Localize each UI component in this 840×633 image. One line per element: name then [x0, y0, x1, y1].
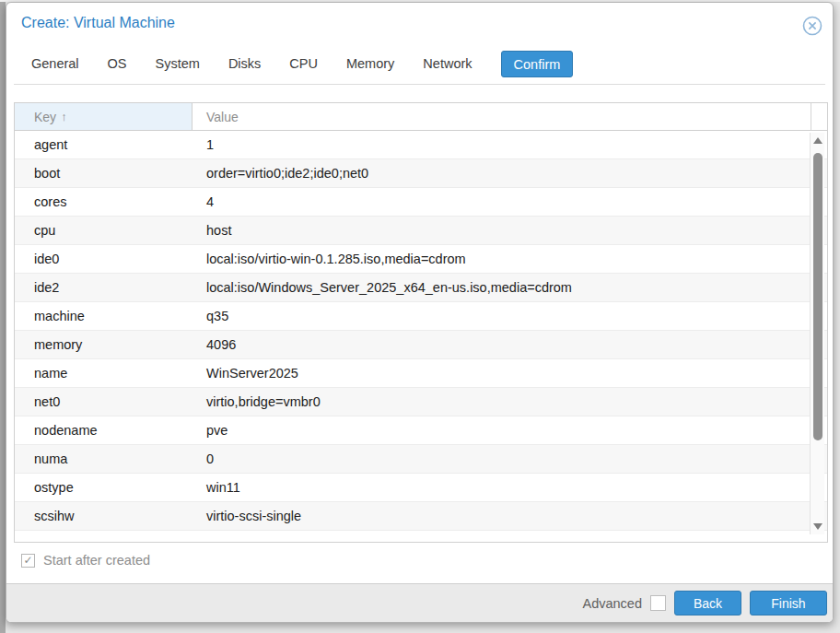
value-cell: 4 — [192, 188, 827, 216]
vertical-scrollbar[interactable] — [810, 133, 824, 534]
key-cell: cores — [15, 188, 192, 216]
column-header-key[interactable]: Key ↑ — [15, 103, 192, 130]
finish-button[interactable]: Finish — [750, 591, 827, 615]
value-cell: 4096 — [192, 331, 827, 358]
table-row[interactable]: bootorder=virtio0;ide2;ide0;net0 — [15, 159, 827, 188]
key-cell: numa — [15, 445, 192, 473]
value-cell: order=virtio0;ide2;ide0;net0 — [192, 159, 827, 187]
value-cell: virtio,bridge=vmbr0 — [192, 388, 827, 416]
advanced-label: Advanced — [583, 596, 643, 611]
key-cell: cpu — [15, 217, 192, 244]
tab-os[interactable]: OS — [108, 51, 127, 77]
column-header-value[interactable]: Value — [192, 103, 811, 130]
table-row[interactable]: machineq35 — [15, 302, 827, 331]
confirm-settings-grid: Key ↑ Value agent1bootorder=virtio0;ide2… — [14, 102, 828, 543]
back-button[interactable]: Back — [674, 591, 741, 615]
value-cell: 1 — [192, 131, 827, 158]
value-cell: q35 — [192, 302, 827, 330]
advanced-checkbox[interactable] — [650, 595, 666, 611]
table-row[interactable]: memory4096 — [15, 331, 827, 359]
close-icon — [802, 25, 822, 39]
value-cell: local:iso/Windows_Server_2025_x64_en-us.… — [192, 274, 827, 301]
value-cell: host — [192, 217, 827, 244]
key-cell: nodename — [15, 416, 192, 444]
start-after-created-label: Start after created — [43, 553, 150, 568]
column-header-spacer — [811, 103, 827, 130]
dialog-header: Create: Virtual Machine — [6, 3, 833, 51]
column-header-value-label: Value — [206, 110, 239, 124]
key-cell: machine — [15, 302, 192, 330]
tab-general[interactable]: General — [31, 51, 79, 77]
key-cell: agent — [15, 131, 192, 158]
scroll-up-icon[interactable] — [813, 137, 822, 144]
tab-bar: GeneralOSSystemDisksCPUMemoryNetworkConf… — [14, 51, 825, 85]
grid-header: Key ↑ Value — [15, 103, 827, 131]
scroll-down-icon[interactable] — [813, 523, 822, 530]
table-row[interactable]: nameWinServer2025 — [15, 359, 827, 388]
key-cell: memory — [15, 331, 192, 358]
start-after-created-checkbox[interactable]: ✓ — [21, 554, 35, 568]
key-cell: ide0 — [15, 245, 192, 273]
close-button[interactable] — [802, 16, 822, 36]
key-cell: net0 — [15, 388, 192, 416]
table-row[interactable]: ostypewin11 — [15, 474, 827, 502]
tab-memory[interactable]: Memory — [346, 51, 394, 77]
dialog-footer: Advanced Back Finish — [6, 583, 833, 622]
key-cell: ide2 — [15, 274, 192, 301]
tab-network[interactable]: Network — [423, 51, 472, 77]
value-cell: WinServer2025 — [192, 359, 827, 387]
table-row[interactable]: cpuhost — [15, 217, 827, 245]
table-row[interactable]: agent1 — [15, 131, 827, 159]
key-cell: name — [15, 359, 192, 387]
tab-disks[interactable]: Disks — [228, 51, 261, 77]
table-row[interactable]: numa0 — [15, 445, 827, 474]
tab-cpu[interactable]: CPU — [289, 51, 318, 77]
table-row[interactable]: cores4 — [15, 188, 827, 217]
table-row[interactable]: scsihwvirtio-scsi-single — [15, 502, 827, 531]
key-cell: boot — [15, 159, 192, 187]
value-cell: 0 — [192, 445, 827, 473]
table-row[interactable]: ide0local:iso/virtio-win-0.1.285.iso,med… — [15, 245, 827, 274]
table-row[interactable]: net0virtio,bridge=vmbr0 — [15, 388, 827, 416]
scrollbar-thumb[interactable] — [813, 153, 822, 440]
value-cell: virtio-scsi-single — [192, 502, 827, 530]
table-row[interactable]: nodenamepve — [15, 416, 827, 445]
grid-body: agent1bootorder=virtio0;ide2;ide0;net0co… — [15, 131, 827, 531]
table-row[interactable]: ide2local:iso/Windows_Server_2025_x64_en… — [15, 274, 827, 302]
column-header-key-label: Key — [34, 110, 56, 124]
tab-system[interactable]: System — [156, 51, 200, 77]
sort-ascending-icon: ↑ — [61, 110, 67, 123]
value-cell: local:iso/virtio-win-0.1.285.iso,media=c… — [192, 245, 827, 273]
dialog-title: Create: Virtual Machine — [21, 15, 175, 31]
key-cell: ostype — [15, 474, 192, 501]
value-cell: win11 — [192, 474, 827, 501]
create-vm-dialog: Create: Virtual Machine GeneralOSSystemD… — [6, 2, 834, 623]
value-cell: pve — [192, 416, 827, 444]
tab-confirm[interactable]: Confirm — [501, 51, 574, 77]
start-after-created-option[interactable]: ✓ Start after created — [21, 553, 150, 568]
key-cell: scsihw — [15, 502, 192, 530]
